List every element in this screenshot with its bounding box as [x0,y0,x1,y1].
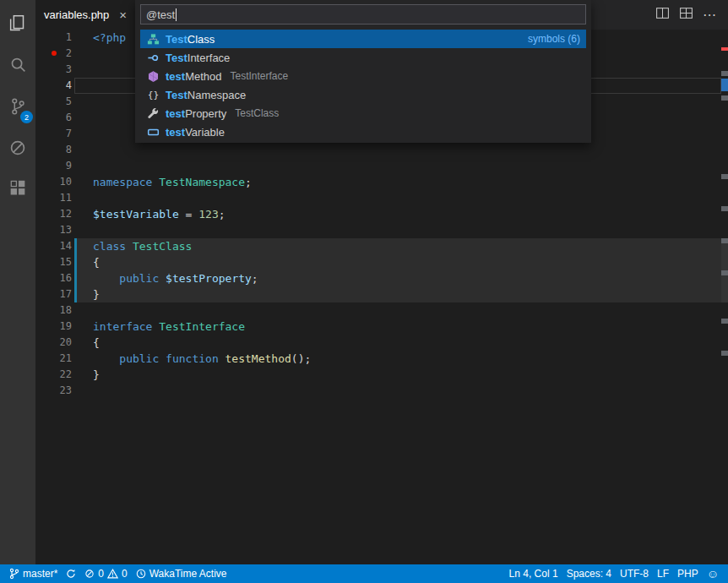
line-number[interactable]: 19 [35,319,72,335]
problems-status[interactable]: 0 0 [80,564,131,583]
quick-open-input[interactable]: @test [140,4,586,25]
ruler-mark [721,270,728,275]
line-number[interactable]: 12 [35,206,72,222]
error-icon [84,569,95,579]
activity-bar-item-explorer[interactable] [0,4,35,46]
eol-status[interactable]: LF [653,564,673,583]
cursor-position-status[interactable]: Ln 4, Col 1 [505,564,562,583]
activity-bar-item-debug[interactable] [0,128,35,170]
smiley-icon: ☺ [707,568,719,580]
more-actions-icon: ⋯ [703,7,716,23]
branch-label: master* [23,568,57,580]
code-line-10[interactable]: namespace TestNamespace; [93,174,721,190]
debug-icon [7,137,29,162]
feedback-smiley-button[interactable]: ☺ [703,564,723,583]
error-count: 0 [98,568,104,580]
indentation-status[interactable]: Spaces: 4 [562,564,616,583]
code-line-13[interactable] [93,222,721,238]
ruler-mark [721,319,728,324]
ruler-mark [721,79,728,91]
line-number[interactable]: 5 [35,94,72,110]
line-number[interactable]: 13 [35,222,72,238]
line-number[interactable]: 21 [35,351,72,367]
clock-icon [136,569,146,579]
line-number[interactable]: 15 [35,254,72,270]
code-line-18[interactable] [93,302,721,319]
symbols-count-badge: symbols (6) [528,33,580,45]
quick-open-item-TestClass[interactable]: TestClasssymbols (6) [140,30,586,48]
line-number[interactable]: 23 [35,383,72,399]
line-number[interactable]: 7 [35,126,72,142]
line-number[interactable]: 14 [35,238,72,254]
code-line-16[interactable]: public $testProperty; [93,270,721,286]
line-number[interactable]: 3 [35,62,72,78]
line-number[interactable]: 16 [35,270,72,286]
extensions-icon [7,178,29,204]
git-branch-icon [9,568,19,580]
line-number[interactable]: 17 [35,286,72,302]
indentation-label: Spaces: 4 [567,568,611,580]
class-icon [146,33,160,46]
symbol-name: testVariable [166,126,225,139]
svg-text:{}: {} [148,90,160,101]
quick-open-item-testVariable[interactable]: testVariable [140,123,586,141]
activity-bar-item-search[interactable] [0,46,35,87]
code-line-9[interactable] [93,158,721,174]
code-line-17[interactable]: } [93,286,721,302]
quick-open-item-TestNamespace[interactable]: {}TestNamespace [140,85,586,104]
code-line-20[interactable]: { [93,335,721,351]
ruler-mark [721,95,728,101]
code-line-8[interactable] [93,142,721,158]
tab-close-icon[interactable]: × [119,8,127,21]
split-editor-button[interactable] [652,5,672,25]
sync-icon [66,569,76,579]
line-number[interactable]: 6 [35,110,72,126]
code-line-23[interactable] [93,383,721,399]
files-icon [7,13,29,38]
status-bar-right: Ln 4, Col 1 Spaces: 4 UTF-8 LF PHP ☺ [505,564,723,583]
code-line-15[interactable]: { [93,254,721,270]
git-branch-status[interactable]: master* [5,564,62,583]
line-number[interactable]: 8 [35,142,72,158]
line-number[interactable]: 18 [35,302,72,319]
activity-bar-item-source-control[interactable]: 2 [0,87,35,128]
range-highlight-bar [74,238,77,302]
line-number[interactable]: 10 [35,174,72,190]
quick-open-list: TestClasssymbols (6)TestInterfacetestMet… [140,30,586,141]
language-mode-status[interactable]: PHP [673,564,703,583]
code-line-11[interactable] [93,190,721,206]
sync-button[interactable] [62,564,80,583]
code-line-19[interactable]: interface TestInterface [93,319,721,335]
line-number[interactable]: 11 [35,190,72,206]
more-actions-button[interactable]: ⋯ [699,5,720,25]
ruler-mark [721,206,728,211]
gutter: 1234567891011121314151617181920212223 [35,30,72,399]
line-number[interactable]: 20 [35,335,72,351]
line-number[interactable]: 9 [35,158,72,174]
quick-open-item-testMethod[interactable]: testMethodTestInterface [140,67,586,85]
vscode-window: 2 variables.php × [0,0,728,583]
wakatime-status[interactable]: WakaTime Active [132,564,231,583]
text-cursor [176,8,177,21]
line-number[interactable]: 4 [35,78,72,94]
line-number[interactable]: 22 [35,367,72,383]
code-line-14[interactable]: class TestClass [93,238,721,254]
interface-icon [146,52,160,64]
warning-count: 0 [122,568,128,580]
encoding-status[interactable]: UTF-8 [616,564,653,583]
tab-variables-php[interactable]: variables.php × [35,0,135,30]
quick-open-item-testProperty[interactable]: testPropertyTestClass [140,104,586,123]
symbol-detail: TestClass [235,107,279,119]
code-line-21[interactable]: public function testMethod(); [93,351,721,367]
symbol-name: testProperty [166,107,226,120]
toggle-layout-button[interactable] [676,5,696,25]
ruler-mark [721,351,728,356]
code-line-12[interactable]: $testVariable = 123; [93,206,721,222]
overview-ruler[interactable] [721,30,728,564]
ruler-mark [721,71,728,76]
activity-bar-item-extensions[interactable] [0,170,35,211]
quick-open-item-TestInterface[interactable]: TestInterface [140,48,586,67]
error-marker [52,51,57,56]
line-number[interactable]: 1 [35,30,72,46]
code-line-22[interactable]: } [93,367,721,383]
